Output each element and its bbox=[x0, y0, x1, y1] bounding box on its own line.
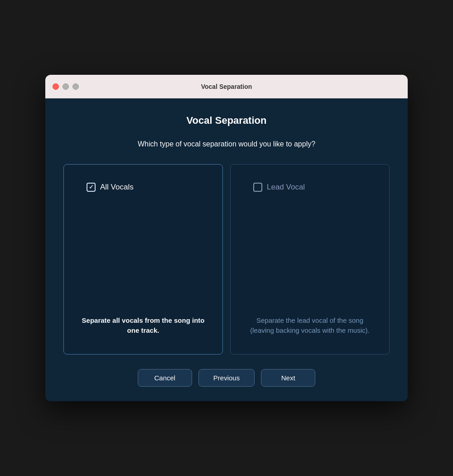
subtitle: Which type of vocal separation would you… bbox=[63, 139, 390, 149]
titlebar: Vocal Separation bbox=[45, 75, 408, 98]
window-body: Vocal Separation Which type of vocal sep… bbox=[45, 98, 408, 401]
buttons-row: Cancel Previous Next bbox=[63, 369, 390, 387]
all-vocals-label: All Vocals bbox=[100, 183, 134, 192]
lead-vocal-checkbox[interactable] bbox=[253, 183, 262, 192]
close-button[interactable] bbox=[53, 83, 59, 90]
lead-vocal-header: Lead Vocal bbox=[253, 183, 305, 192]
window-title: Vocal Separation bbox=[201, 83, 252, 90]
all-vocals-card[interactable]: All Vocals Separate all vocals from the … bbox=[63, 164, 223, 355]
all-vocals-description: Separate all vocals from the song into o… bbox=[77, 316, 209, 336]
next-button[interactable]: Next bbox=[261, 369, 315, 387]
previous-button[interactable]: Previous bbox=[198, 369, 255, 387]
maximize-button[interactable] bbox=[72, 83, 79, 90]
lead-vocal-description: Separate the lead vocal of the song (lea… bbox=[244, 316, 376, 336]
lead-vocal-label: Lead Vocal bbox=[267, 183, 305, 192]
all-vocals-checkbox[interactable] bbox=[87, 183, 96, 192]
all-vocals-header: All Vocals bbox=[87, 183, 134, 192]
app-window: Vocal Separation Vocal Separation Which … bbox=[45, 75, 408, 401]
main-title: Vocal Separation bbox=[63, 115, 390, 126]
traffic-lights bbox=[53, 83, 79, 90]
options-row: All Vocals Separate all vocals from the … bbox=[63, 164, 390, 355]
lead-vocal-card[interactable]: Lead Vocal Separate the lead vocal of th… bbox=[230, 164, 390, 355]
cancel-button[interactable]: Cancel bbox=[138, 369, 192, 387]
minimize-button[interactable] bbox=[63, 83, 69, 90]
